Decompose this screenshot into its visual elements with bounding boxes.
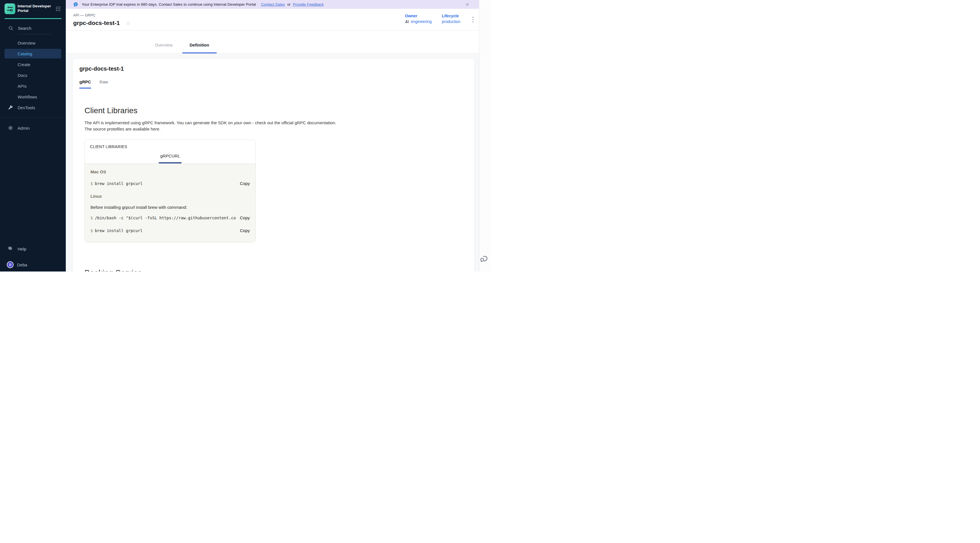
owner-label: Owner (405, 14, 431, 18)
sidebar-item-docs[interactable]: Docs (0, 70, 66, 81)
client-libraries-description: The API is implemented using gRPC framew… (84, 120, 468, 132)
client-libraries-panel: CLIENT LIBRARIES gRPCURL Mac OS $ brew i… (84, 140, 256, 242)
apps-grid-icon[interactable] (56, 6, 61, 11)
sidebar-item-admin[interactable]: Admin (0, 123, 66, 133)
linux-heading: Linux (91, 194, 250, 199)
favorite-star-icon[interactable]: ☆ (126, 20, 131, 27)
lifecycle-meta: Lifecycle production (442, 14, 460, 24)
command-row: $ /bin/bash -c "$(curl -fsSL https://raw… (91, 215, 250, 220)
help-chat-icon: ? (8, 246, 13, 252)
command-row: $ brew install grpcurl Copy (91, 228, 250, 233)
trial-banner: Your Enterprise IDP trial expires in 880… (66, 0, 479, 9)
sidebar-item-devtools[interactable]: DevTools (0, 102, 66, 113)
owner-value[interactable]: engineering (405, 19, 431, 24)
tab-grpcurl[interactable]: gRPCURL (85, 153, 256, 158)
command-row: $ brew install grpcurl Copy (91, 181, 250, 186)
tab-definition[interactable]: Definition (182, 43, 216, 53)
sidebar-header: Internal Developer Portal (0, 0, 66, 18)
sidebar-item-overview[interactable]: Overview (0, 37, 66, 48)
panel-label: CLIENT LIBRARIES (90, 144, 127, 149)
macos-heading: Mac OS (91, 169, 250, 174)
shell-prompt: $ (91, 216, 93, 220)
sidebar-item-apis[interactable]: APIs (0, 81, 66, 91)
tab-grpc[interactable]: gRPC (80, 80, 91, 89)
group-icon (405, 20, 409, 23)
definition-card: grpc-docs-test-1 gRPC Raw Client Librari… (73, 59, 474, 272)
provide-feedback-link[interactable]: Provide Feedback (293, 2, 324, 6)
user-avatar[interactable]: D (7, 261, 14, 268)
entity-header: API — GRPC grpc-docs-test-1 ☆ Owner engi… (66, 9, 479, 31)
svg-text:?: ? (10, 247, 11, 249)
banner-or-text: or (287, 2, 291, 6)
breadcrumb[interactable]: API — GRPC (73, 13, 95, 17)
app-title: Internal Developer Portal (18, 4, 51, 13)
sidebar-item-catalog[interactable]: Catalog (5, 49, 61, 59)
shell-prompt: $ (91, 228, 93, 233)
sidebar-nav: Overview Catalog Create Docs APIs Workfl… (0, 37, 66, 113)
definition-format-tabs: gRPC Raw (80, 80, 468, 89)
copy-button[interactable]: Copy (240, 228, 250, 233)
command-text: brew install grpcurl (95, 228, 236, 233)
definition-content: grpc-docs-test-1 gRPC Raw Client Librari… (66, 53, 479, 272)
client-libraries-heading: Client Libraries (84, 106, 468, 115)
linux-note: Before installing grpcurl install brew w… (91, 205, 250, 210)
search-label: Search (18, 26, 32, 31)
tab-overview[interactable]: Overview (148, 43, 180, 53)
sidebar-item-workflows[interactable]: Workflows (0, 91, 66, 102)
sidebar: Internal Developer Portal Search Overvie… (0, 0, 66, 272)
sidebar-accent-rule (5, 18, 62, 19)
wrench-icon (8, 105, 13, 110)
booking-service-heading: Booking Service (84, 268, 468, 272)
info-icon (73, 2, 78, 7)
feedback-chat-icon[interactable] (480, 255, 488, 264)
search-divider (18, 34, 51, 34)
more-options-kebab-icon[interactable] (473, 17, 474, 22)
command-text: /bin/bash -c "$(curl -fsSL https://raw.g… (95, 216, 236, 220)
app-logo-icon[interactable] (5, 3, 15, 14)
definition-card-title: grpc-docs-test-1 (80, 65, 468, 72)
sidebar-user[interactable]: D Deba (0, 260, 66, 269)
copy-button[interactable]: Copy (240, 181, 250, 186)
shell-prompt: $ (91, 181, 93, 186)
search-icon (8, 26, 13, 31)
sidebar-item-create[interactable]: Create (0, 59, 66, 70)
close-icon[interactable]: ✕ (465, 2, 469, 7)
tab-raw[interactable]: Raw (100, 80, 108, 89)
contact-sales-link[interactable]: Contact Sales (261, 2, 285, 6)
owner-meta: Owner engineering (405, 14, 431, 24)
sidebar-search[interactable]: Search (0, 24, 66, 32)
lifecycle-value: production (442, 19, 460, 24)
copy-button[interactable]: Copy (240, 215, 250, 220)
panel-header: CLIENT LIBRARIES gRPCURL (85, 140, 256, 164)
sidebar-item-help[interactable]: ? Help (0, 245, 66, 253)
grpcurl-tab-underline (159, 162, 181, 163)
page-title: grpc-docs-test-1 (73, 19, 120, 26)
client-libraries-section: Client Libraries The API is implemented … (84, 106, 468, 272)
command-text: brew install grpcurl (95, 181, 236, 186)
entity-tabs: Overview Definition (66, 31, 479, 53)
right-rail (479, 0, 490, 272)
gear-icon (8, 126, 13, 131)
banner-message: Your Enterprise IDP trial expires in 880… (82, 2, 256, 6)
user-name: Deba (17, 263, 27, 267)
lifecycle-label: Lifecycle (442, 14, 460, 18)
panel-body: Mac OS $ brew install grpcurl Copy Linux… (85, 164, 256, 242)
